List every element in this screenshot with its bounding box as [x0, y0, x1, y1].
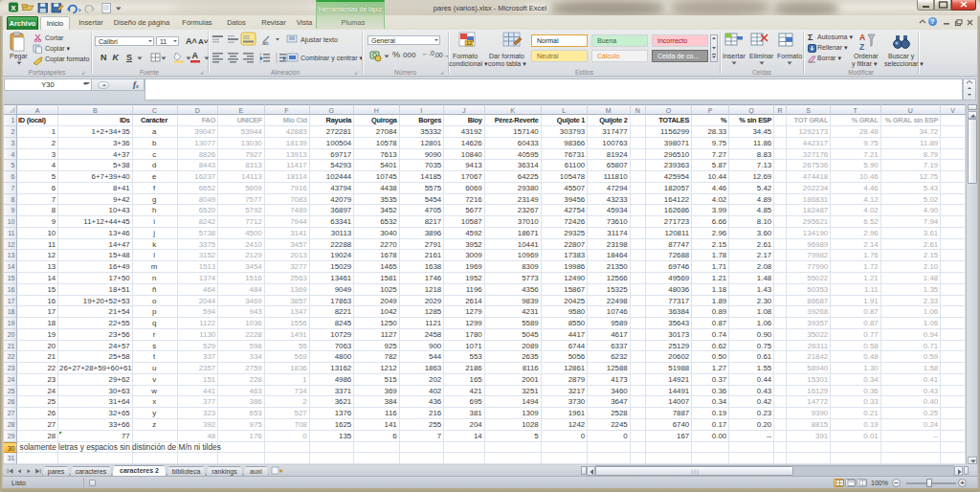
- svg-text:Ajustar texto: Ajustar texto: [301, 36, 338, 44]
- svg-text:Combinar y centrar ▾: Combinar y centrar ▾: [301, 55, 362, 62]
- svg-text:X: X: [11, 4, 16, 12]
- svg-text:ab: ab: [262, 40, 269, 46]
- svg-text:A: A: [859, 33, 865, 42]
- svg-text:Z: Z: [859, 42, 864, 52]
- svg-text:12: 12: [466, 40, 472, 46]
